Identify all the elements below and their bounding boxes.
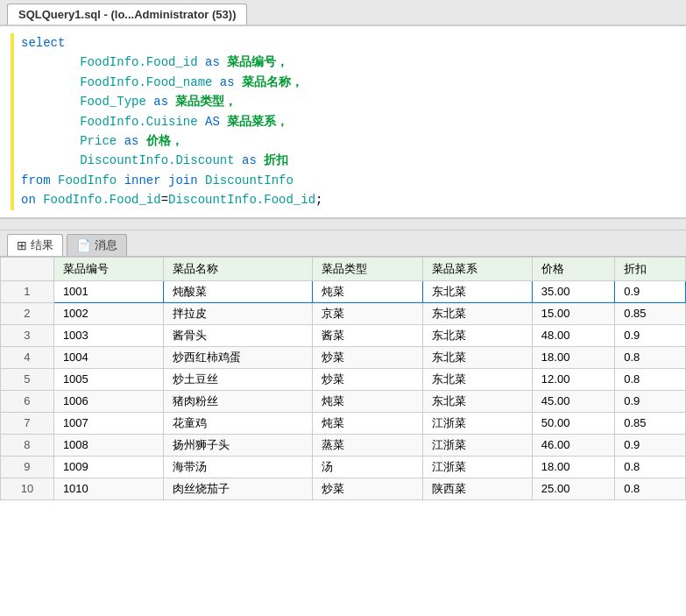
table-row[interactable]: 71007花童鸡炖菜江浙菜50.000.85	[1, 412, 686, 434]
tab-results[interactable]: ⊞ 结果	[7, 234, 63, 256]
sql-query-tab[interactable]: SQLQuery1.sql - (lo...Administrator (53)…	[7, 4, 247, 25]
cell-price: 15.00	[532, 302, 614, 324]
cell-food-id: 1001	[53, 280, 163, 302]
cell-price: 18.00	[532, 456, 614, 478]
cell-discount: 0.9	[615, 390, 686, 412]
cell-discount: 0.85	[615, 412, 686, 434]
cell-food-name: 酱骨头	[164, 324, 313, 346]
cell-food-type: 汤	[313, 456, 422, 478]
cell-food-name: 海带汤	[164, 456, 313, 478]
cell-food-name: 炖酸菜	[164, 280, 313, 302]
cell-food-name: 猪肉粉丝	[164, 390, 313, 412]
cell-cuisine: 东北菜	[422, 368, 532, 390]
cell-food-id: 1007	[53, 412, 163, 434]
cell-discount: 0.8	[615, 456, 686, 478]
tab-bar: SQLQuery1.sql - (lo...Administrator (53)…	[0, 0, 686, 26]
sql-editor[interactable]: select FoodInfo.Food_id as 菜品编号， FoodInf…	[0, 26, 686, 218]
cell-food-id: 1008	[53, 434, 163, 456]
cell-rownum: 8	[1, 434, 54, 456]
cell-food-name: 炒西红柿鸡蛋	[164, 346, 313, 368]
table-header-row: 菜品编号 菜品名称 菜品类型 菜品菜系 价格 折扣	[1, 257, 686, 280]
cell-cuisine: 江浙菜	[422, 456, 532, 478]
cell-food-type: 炒菜	[313, 368, 422, 390]
cell-cuisine: 陕西菜	[422, 478, 532, 499]
table-row[interactable]: 81008扬州狮子头蒸菜江浙菜46.000.9	[1, 434, 686, 456]
cell-rownum: 9	[1, 456, 54, 478]
cell-food-type: 京菜	[313, 302, 422, 324]
tab-messages[interactable]: 📄 消息	[67, 234, 127, 256]
sql-code-block: select FoodInfo.Food_id as 菜品编号， FoodInf…	[21, 33, 322, 210]
cell-price: 18.00	[532, 346, 614, 368]
cell-price: 48.00	[532, 324, 614, 346]
cell-rownum: 3	[1, 324, 54, 346]
cell-food-type: 蒸菜	[313, 434, 422, 456]
results-tab-label: 结果	[31, 237, 53, 253]
cell-cuisine: 东北菜	[422, 280, 532, 302]
cell-food-name: 花童鸡	[164, 412, 313, 434]
data-grid[interactable]: 菜品编号 菜品名称 菜品类型 菜品菜系 价格 折扣 11001炖酸菜炖菜东北菜3…	[0, 257, 686, 616]
col-header-price: 价格	[532, 257, 614, 280]
cell-food-id: 1010	[53, 478, 163, 499]
table-row[interactable]: 51005炒土豆丝炒菜东北菜12.000.8	[1, 368, 686, 390]
cell-discount: 0.9	[615, 324, 686, 346]
cell-rownum: 10	[1, 478, 54, 499]
cell-cuisine: 东北菜	[422, 324, 532, 346]
cell-food-name: 炒土豆丝	[164, 368, 313, 390]
table-row[interactable]: 61006猪肉粉丝炖菜东北菜45.000.9	[1, 390, 686, 412]
table-row[interactable]: 31003酱骨头酱菜东北菜48.000.9	[1, 324, 686, 346]
cell-food-id: 1005	[53, 368, 163, 390]
cell-discount: 0.8	[615, 346, 686, 368]
cell-cuisine: 东北菜	[422, 302, 532, 324]
cell-rownum: 5	[1, 368, 54, 390]
cell-food-type: 炒菜	[313, 346, 422, 368]
results-icon: ⊞	[17, 238, 27, 252]
table-row[interactable]: 21002拌拉皮京菜东北菜15.000.85	[1, 302, 686, 324]
cell-discount: 0.9	[615, 434, 686, 456]
col-header-discount: 折扣	[615, 257, 686, 280]
cell-rownum: 6	[1, 390, 54, 412]
yellow-indicator	[11, 33, 14, 210]
col-header-food-id: 菜品编号	[53, 257, 163, 280]
cell-food-id: 1003	[53, 324, 163, 346]
col-header-food-type: 菜品类型	[313, 257, 422, 280]
table-row[interactable]: 91009海带汤汤江浙菜18.000.8	[1, 456, 686, 478]
cell-price: 35.00	[532, 280, 614, 302]
col-header-rownum	[1, 257, 54, 280]
cell-price: 50.00	[532, 412, 614, 434]
cell-cuisine: 东北菜	[422, 346, 532, 368]
cell-discount: 0.8	[615, 368, 686, 390]
cell-cuisine: 江浙菜	[422, 412, 532, 434]
messages-tab-label: 消息	[95, 237, 117, 253]
cell-rownum: 4	[1, 346, 54, 368]
cell-discount: 0.85	[615, 302, 686, 324]
table-row[interactable]: 41004炒西红柿鸡蛋炒菜东北菜18.000.8	[1, 346, 686, 368]
table-row[interactable]: 101010肉丝烧茄子炒菜陕西菜25.000.8	[1, 478, 686, 499]
tab-label: SQLQuery1.sql - (lo...Administrator (53)…	[18, 8, 236, 21]
cell-rownum: 7	[1, 412, 54, 434]
cell-food-type: 炖菜	[313, 390, 422, 412]
results-table: 菜品编号 菜品名称 菜品类型 菜品菜系 价格 折扣 11001炖酸菜炖菜东北菜3…	[0, 257, 686, 500]
cell-food-type: 酱菜	[313, 324, 422, 346]
table-row[interactable]: 11001炖酸菜炖菜东北菜35.000.9	[1, 280, 686, 302]
horizontal-scrollbar[interactable]	[0, 218, 686, 230]
result-tabs-bar: ⊞ 结果 📄 消息	[0, 230, 686, 257]
cell-discount: 0.8	[615, 478, 686, 499]
cell-rownum: 2	[1, 302, 54, 324]
cell-food-type: 炖菜	[313, 280, 422, 302]
cell-food-type: 炖菜	[313, 412, 422, 434]
cell-cuisine: 东北菜	[422, 390, 532, 412]
cell-price: 12.00	[532, 368, 614, 390]
cell-cuisine: 江浙菜	[422, 434, 532, 456]
cell-food-name: 肉丝烧茄子	[164, 478, 313, 499]
cell-food-name: 拌拉皮	[164, 302, 313, 324]
messages-icon: 📄	[76, 238, 91, 252]
col-header-cuisine: 菜品菜系	[422, 257, 532, 280]
cell-food-id: 1002	[53, 302, 163, 324]
cell-food-name: 扬州狮子头	[164, 434, 313, 456]
cell-food-type: 炒菜	[313, 478, 422, 499]
cell-rownum: 1	[1, 280, 54, 302]
cell-price: 25.00	[532, 478, 614, 499]
cell-discount: 0.9	[615, 280, 686, 302]
col-header-food-name: 菜品名称	[164, 257, 313, 280]
cell-price: 46.00	[532, 434, 614, 456]
